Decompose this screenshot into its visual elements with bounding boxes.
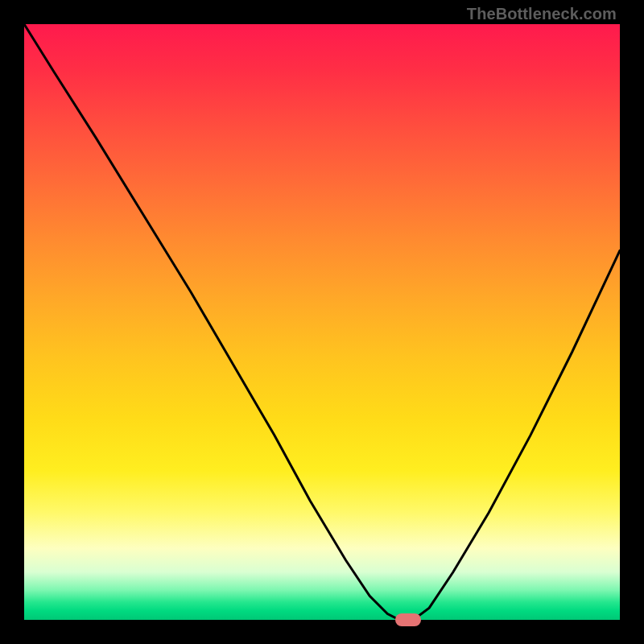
- gradient-plot-area: [24, 24, 620, 620]
- attribution-text: TheBottleneck.com: [467, 5, 617, 23]
- chart-frame: TheBottleneck.com: [0, 0, 644, 644]
- optimal-point-marker: [395, 613, 421, 626]
